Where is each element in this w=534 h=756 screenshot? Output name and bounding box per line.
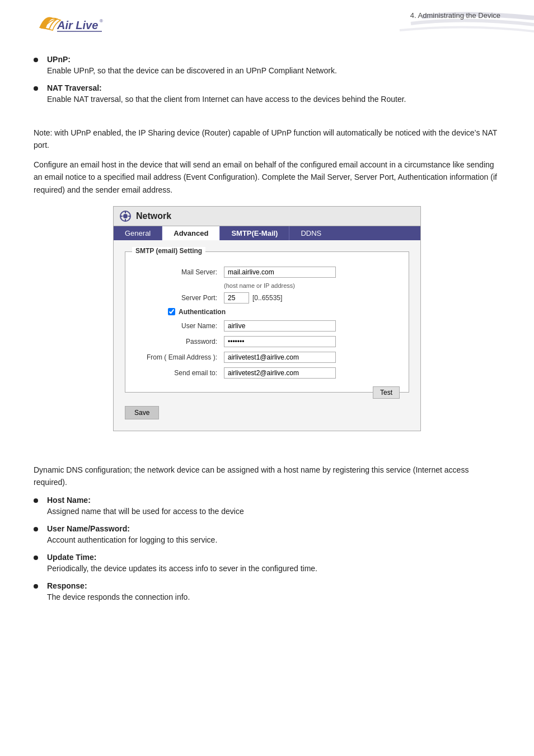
page-ref: 4. Administrating the Device (410, 11, 500, 20)
list-item: Response: The device responds the connec… (34, 581, 500, 603)
auth-label: Authentication (179, 308, 226, 316)
send-to-input[interactable] (224, 367, 336, 379)
from-email-row: From ( Email Address ): (134, 352, 400, 363)
send-to-row: Send email to: (134, 367, 400, 379)
username-row: User Name: (134, 320, 400, 332)
bullet-title: Host Name: (47, 496, 500, 505)
username-input[interactable] (224, 320, 336, 332)
bullet-content: NAT Traversal: Enable NAT traversal, so … (47, 83, 500, 105)
main-content: UPnP: Enable UPnP, so that the device ca… (34, 55, 500, 603)
smtp-form-section: SMTP (email) Setting Mail Server: (host … (125, 251, 409, 393)
network-title: Network (136, 211, 171, 221)
svg-point-4 (123, 214, 128, 218)
mail-server-row: Mail Server: (134, 267, 400, 278)
server-port-label: Server Port: (134, 294, 224, 302)
form-container: SMTP (email) Setting Mail Server: (host … (114, 240, 420, 431)
send-to-label: Send email to: (134, 369, 224, 377)
bullet-desc: Enable NAT traversal, so that the client… (47, 94, 500, 105)
from-email-label: From ( Email Address ): (134, 353, 224, 361)
tab-general[interactable]: General (114, 226, 162, 240)
bullet-content: Host Name: Assigned name that will be us… (47, 496, 500, 517)
mail-server-input[interactable] (224, 267, 336, 278)
widget-footer: Save (119, 398, 415, 425)
bullet-content: Update Time: Periodically, the device up… (47, 553, 500, 575)
bullet-content: User Name/Password: Account authenticati… (47, 524, 500, 546)
tab-smtp[interactable]: SMTP(E-Mail) (220, 226, 289, 240)
auth-row: Authentication (134, 308, 400, 316)
password-input[interactable] (224, 336, 336, 347)
port-range: [0..65535] (252, 294, 282, 302)
svg-text:®: ® (100, 18, 103, 24)
bullet-dot (34, 556, 38, 560)
form-section-title: SMTP (email) Setting (132, 247, 205, 255)
tab-ddns[interactable]: DDNS (289, 226, 332, 240)
list-item: UPnP: Enable UPnP, so that the device ca… (34, 55, 500, 77)
bullet-title: UPnP: (47, 55, 500, 64)
note-upnp: Note: with UPnP enabled, the IP Sharing … (34, 127, 500, 152)
bullet-dot (34, 584, 38, 589)
bullet-content: Response: The device responds the connec… (47, 581, 500, 603)
save-button[interactable]: Save (125, 406, 159, 419)
username-label: User Name: (134, 322, 224, 330)
bullet-title: User Name/Password: (47, 524, 500, 533)
bullet-dot (34, 527, 38, 531)
network-title-bar: Network (114, 207, 420, 226)
password-row: Password: (134, 336, 400, 347)
bullet-desc: Assigned name that will be used for acce… (47, 506, 500, 517)
auth-checkbox[interactable] (168, 308, 175, 315)
logo: Air Live ® (34, 11, 112, 44)
list-item: Update Time: Periodically, the device up… (34, 553, 500, 575)
list-item: Host Name: Assigned name that will be us… (34, 496, 500, 517)
top-bullet-list: UPnP: Enable UPnP, so that the device ca… (34, 55, 500, 105)
server-port-row: Server Port: [0..65535] (134, 292, 400, 304)
page-header: Air Live ® 4. Administrating the Device (34, 11, 500, 44)
bullet-desc: The device responds the connection info. (47, 591, 500, 603)
svg-text:Air Live: Air Live (57, 19, 98, 31)
network-widget: Network General Advanced SMTP(E-Mail) DD… (113, 206, 421, 431)
bullet-desc: Account authentication for logging to th… (47, 534, 500, 546)
mail-server-label: Mail Server: (134, 268, 224, 276)
list-item: NAT Traversal: Enable NAT traversal, so … (34, 83, 500, 105)
network-icon (119, 210, 132, 222)
decorative-lines (377, 6, 534, 39)
list-item: User Name/Password: Account authenticati… (34, 524, 500, 546)
bullet-desc: Periodically, the device updates its acc… (47, 563, 500, 575)
bullet-content: UPnP: Enable UPnP, so that the device ca… (47, 55, 500, 77)
bottom-bullet-list: Host Name: Assigned name that will be us… (34, 496, 500, 603)
bullet-title: Response: (47, 581, 500, 590)
bullet-dot (34, 58, 38, 62)
test-button[interactable]: Test (373, 386, 400, 399)
note-ddns: Dynamic DNS configuration; the network d… (34, 464, 500, 489)
bullet-desc: Enable UPnP, so that the device can be d… (47, 65, 500, 77)
note-configure: Configure an email host in the device th… (34, 158, 500, 196)
tab-bar: General Advanced SMTP(E-Mail) DDNS (114, 226, 420, 240)
tab-advanced[interactable]: Advanced (162, 226, 220, 240)
bullet-dot (34, 498, 38, 503)
password-label: Password: (134, 338, 224, 346)
mail-server-hint: (host name or IP address) (224, 282, 400, 289)
bullet-title: NAT Traversal: (47, 83, 500, 92)
bullet-dot (34, 86, 38, 91)
server-port-input[interactable] (224, 292, 249, 304)
from-email-input[interactable] (224, 352, 336, 363)
bullet-title: Update Time: (47, 553, 500, 562)
